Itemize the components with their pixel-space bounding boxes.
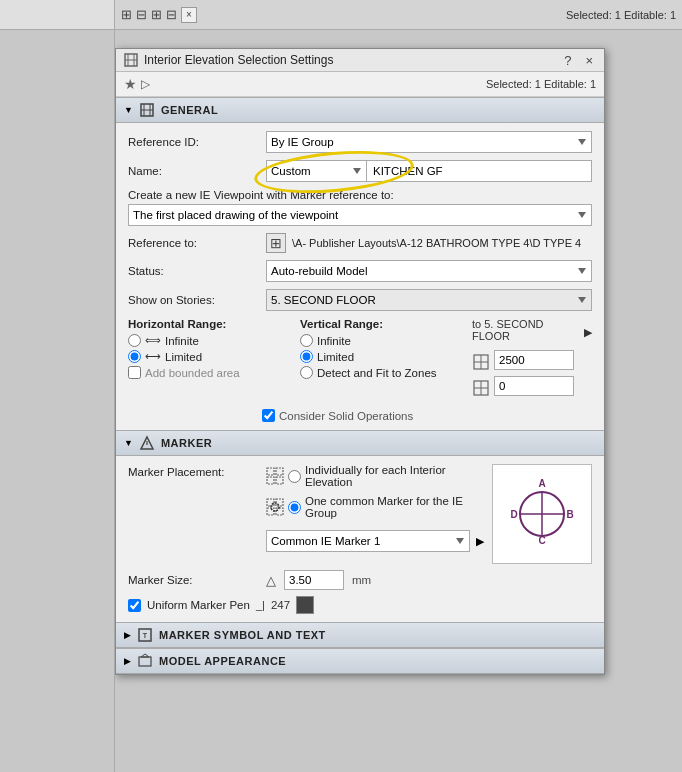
v-limited-label: Limited [317,351,354,363]
pen-swatch[interactable] [296,596,314,614]
h-limited-row: ⟷ Limited [128,350,288,363]
marker-section-label: MARKER [161,437,212,449]
v-detect-radio[interactable] [300,366,313,379]
floor-arrow[interactable]: ▶ [584,326,592,339]
bookmark-icon[interactable]: ▷ [141,77,150,91]
h-infinite-icon: ⟺ [145,334,161,347]
reference-id-row: Reference ID: By IE Group [128,131,592,153]
create-viewpoint-select[interactable]: The first placed drawing of the viewpoin… [128,204,592,226]
dialog-close-button[interactable]: × [582,54,596,67]
v-detect-label: Detect and Fit to Zones [317,367,437,379]
marker-common-label: One common Marker for the IE Group [305,495,484,519]
reference-path: \A- Publisher Layouts\A-12 BATHROOM TYPE… [292,237,592,249]
vert-top-row [472,350,592,373]
vert-top-input[interactable] [494,350,574,370]
show-stories-select[interactable]: 5. SECOND FLOOR [266,289,592,311]
status-select[interactable]: Auto-rebuild Model [266,260,592,282]
favorite-icon[interactable]: ★ [124,76,137,92]
status-row: Status: Auto-rebuild Model [128,260,592,282]
selected-info: Selected: 1 Editable: 1 [486,78,596,90]
create-viewpoint-group: Create a new IE Viewpoint with Marker re… [128,189,592,226]
selected-label: Selected: 1 Editable: 1 [566,9,676,21]
dialog-titlebar: Interior Elevation Selection Settings ? … [116,49,604,72]
uniform-pen-checkbox[interactable] [128,599,141,612]
model-appearance-collapse-icon: ▶ [124,656,131,666]
marker-common-radio[interactable] [288,501,301,514]
marker-size-unit: mm [352,574,371,586]
marker-preview: A B C D [492,464,592,564]
help-button[interactable]: ? [561,54,574,67]
marker-symbol-section-header[interactable]: ▶ T MARKER SYMBOL AND TEXT [116,622,604,648]
reference-id-select[interactable]: By IE Group [266,131,592,153]
main-area: ⊞ ⊟ ⊞ ⊟ × Selected: 1 Editable: 1 Interi… [115,0,682,675]
svg-text:D: D [510,509,517,520]
marker-placement-label: Marker Placement: [128,464,258,478]
reference-id-label: Reference ID: [128,136,258,148]
dialog-toolbar: ★ ▷ Selected: 1 Editable: 1 [116,72,604,97]
v-limited-radio[interactable] [300,350,313,363]
h-bounded-checkbox[interactable] [128,366,141,379]
v-detect-row: Detect and Fit to Zones [300,366,460,379]
model-appearance-icon [137,653,153,669]
vertical-range-inputs: to 5. SECOND FLOOR ▶ [472,318,592,399]
marker-symbol-collapse-icon: ▶ [124,630,131,640]
sidebar [0,0,115,772]
panel-close-button[interactable]: × [181,7,197,23]
marker-individual-radio[interactable] [288,470,301,483]
h-limited-radio[interactable] [128,350,141,363]
general-section-body: Reference ID: By IE Group Name: Custom [116,123,604,430]
vert-range-icon [472,353,490,371]
horizontal-range-label: Horizontal Range: [128,318,288,330]
common-ie-select[interactable]: Common IE Marker 1 [266,530,470,552]
marker-size-input[interactable] [284,570,344,590]
general-section-icon [139,102,155,118]
name-value-input[interactable] [366,160,592,182]
h-infinite-radio[interactable] [128,334,141,347]
name-type-select[interactable]: Custom [266,160,366,182]
svg-rect-20 [267,499,274,506]
to-floor-label: to 5. SECOND FLOOR [472,318,580,342]
common-ie-row: Common IE Marker 1 ▶ [266,530,484,552]
vert-bottom-input[interactable] [494,376,574,396]
show-stories-row: Show on Stories: 5. SECOND FLOOR [128,289,592,311]
reference-to-label: Reference to: [128,237,258,249]
vertical-range-label: Vertical Range: [300,318,460,330]
marker-size-label: Marker Size: [128,574,258,586]
h-infinite-label: Infinite [165,335,199,347]
marker-individual-row: Individually for each Interior Elevation [266,464,484,488]
marker-size-row: Marker Size: △ mm [128,570,592,590]
svg-rect-18 [267,477,274,484]
consider-label: Consider Solid Operations [279,410,413,422]
name-label: Name: [128,165,258,177]
marker-preview-svg: A B C D [502,474,582,554]
marker-section-header[interactable]: ▼ MARKER [116,430,604,456]
marker-size-icon: △ [266,573,276,588]
svg-text:C: C [538,535,545,546]
model-appearance-section-label: MODEL APPEARANCE [159,655,286,667]
h-bounded-row: Add bounded area [128,366,288,379]
vert-range-header: to 5. SECOND FLOOR ▶ [472,318,592,346]
common-ie-arrow[interactable]: ▶ [476,535,484,548]
svg-rect-23 [276,508,283,515]
pen-underline-icon: _| [256,599,265,611]
model-appearance-section-header[interactable]: ▶ MODEL APPEARANCE [116,648,604,674]
dialog-icon [124,53,138,67]
marker-common-row: One common Marker for the IE Group [266,495,484,519]
dialog-title: Interior Elevation Selection Settings [144,53,555,67]
marker-symbol-section-label: MARKER SYMBOL AND TEXT [159,629,326,641]
general-section-header[interactable]: ▼ GENERAL [116,97,604,123]
reference-to-row: Reference to: ⊞ \A- Publisher Layouts\A-… [128,233,592,253]
h-limited-icon: ⟷ [145,350,161,363]
v-infinite-radio[interactable] [300,334,313,347]
reference-icon[interactable]: ⊞ [266,233,286,253]
svg-text:A: A [538,478,545,489]
name-row: Name: Custom [128,160,592,182]
v-infinite-row: Infinite [300,334,460,347]
consider-checkbox[interactable] [262,409,275,422]
svg-text:T: T [143,632,148,639]
consider-row: Consider Solid Operations [128,409,592,422]
marker-individual-label: Individually for each Interior Elevation [305,464,484,488]
vert-bottom-icon [472,379,490,397]
h-limited-label: Limited [165,351,202,363]
marker-symbol-icon: T [137,627,153,643]
